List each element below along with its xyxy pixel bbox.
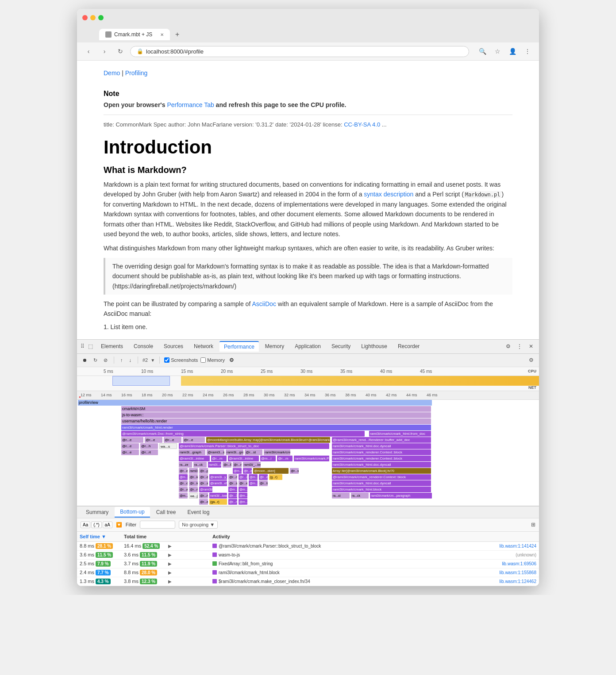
flame-bar-m2[interactable]: @m...2 <box>249 480 258 486</box>
tab-performance[interactable]: Performance <box>219 341 259 352</box>
font-small-button[interactable]: Aa <box>81 522 90 528</box>
flame-bar-okens2[interactable]: @rami3l/...okens] <box>199 487 212 492</box>
flame-bar-moon-oken[interactable]: @moon...oken] <box>253 468 289 474</box>
flame-bar-html-render[interactable]: rami3l/cmark/cmark_html.render <box>121 425 431 430</box>
capture-settings-icon[interactable]: ⚙ <box>229 357 234 363</box>
upload-button[interactable]: ↑ <box>119 357 125 364</box>
flame-bar-row9-mi[interactable]: @m...i <box>260 456 276 461</box>
flame-bar-ne[interactable]: @r...ne <box>228 474 237 480</box>
stop-button[interactable]: ⊘ <box>102 357 109 364</box>
flame-bar-mt[interactable]: @m...t <box>179 493 188 499</box>
flame-graph[interactable]: profileView cmarkWASM js-to-wasm:: usern… <box>77 400 539 506</box>
flame-bar-row8-1[interactable]: @r...e <box>121 449 139 455</box>
tab-network[interactable]: Network <box>189 341 218 351</box>
flame-bar-profileview[interactable]: profileView <box>78 400 432 406</box>
flame-bar-row8-rt[interactable]: @r...rt <box>140 449 158 455</box>
flame-bar-m4[interactable]: @m...i <box>239 493 247 499</box>
close-devtools-icon[interactable]: ✕ <box>527 342 535 351</box>
more-options-icon[interactable]: ⋮ <box>515 342 524 351</box>
memory-checkbox-label[interactable]: Memory <box>200 357 225 363</box>
activity-link-3[interactable]: lib.wasm:1:69506 <box>502 561 536 566</box>
back-button[interactable]: ‹ <box>82 45 95 58</box>
flame-bar-mi3[interactable]: @m...i <box>179 474 188 480</box>
flame-bar-lower[interactable]: rami3l/...lower <box>209 493 227 499</box>
flame-bar-ck[interactable]: ra...ck <box>193 462 207 468</box>
flame-bar-okens[interactable]: rami3l...okens <box>208 462 221 468</box>
settings-gear-icon[interactable]: ⚙ <box>527 356 535 364</box>
flame-bar-rk2[interactable]: @r...k <box>189 480 198 486</box>
flame-bar-e2[interactable]: @r...e <box>243 468 252 474</box>
tab-bottom-up[interactable]: Bottom-up <box>115 507 150 518</box>
flame-bar-context-block[interactable]: rami3l/cmark/cmark_renderer.Context::blo… <box>332 449 431 455</box>
flame-bar-ga-r[interactable]: (ga...r) <box>209 499 227 505</box>
tab-application[interactable]: Application <box>290 341 325 351</box>
frame-dropdown-icon[interactable]: ▼ <box>150 358 155 363</box>
flame-bar-mi5[interactable]: @m...i <box>239 487 247 492</box>
new-tab-button[interactable]: + <box>172 29 183 40</box>
daringfireball-link[interactable]: https://daringfireball.net/projects/mark… <box>115 283 235 290</box>
tab-sources[interactable]: Sources <box>159 341 188 351</box>
performance-tab-link[interactable]: Performance Tab <box>167 101 214 108</box>
flame-bar-row6-3[interactable]: @r...e <box>164 437 181 443</box>
flame-bar-row7-context-doc[interactable]: rami3l/cmark/cmark_html.doc.dyncall <box>332 443 431 449</box>
asciidoc-link[interactable]: AsciiDoc <box>252 300 276 307</box>
tab-memory[interactable]: Memory <box>261 341 289 351</box>
tab-lighthouse[interactable]: Lighthouse <box>357 341 392 351</box>
flame-bar-array-iter[interactable]: Array::iter[@rami3l/cmark/cmark.Block].f… <box>332 468 431 474</box>
flame-bar-para[interactable]: rami3l/cmark/cmark.Pa...k_struct_to_para… <box>264 449 290 455</box>
td-activity-2[interactable]: wasm-to-js <box>210 551 473 559</box>
flame-bar-ex[interactable]: @r...ex <box>179 468 188 474</box>
flame-bar-2b[interactable]: @r...2 <box>239 474 247 480</box>
activity-link-4[interactable]: lib.wasm:1:155868 <box>500 570 536 575</box>
account-icon[interactable]: 👤 <box>506 45 519 58</box>
filter-input[interactable] <box>140 521 175 529</box>
flame-bar-ee[interactable]: @r...ee <box>199 474 208 480</box>
flame-bar-m3[interactable]: @m...2 <box>228 487 237 492</box>
flame-bar-row9-rm[interactable]: @r...m <box>211 456 227 461</box>
syntax-description-link[interactable]: syntax description <box>364 191 413 198</box>
font-case-button[interactable]: aA <box>103 522 112 528</box>
flame-bar-parse-inline[interactable]: rami3l/cmark/cmark.Parser::parse_inline <box>294 456 329 461</box>
flame-bar-eflink[interactable]: @rami3l...eflink <box>209 480 227 486</box>
flame-bar-row6-4[interactable]: @r...e <box>183 437 205 443</box>
tab-summary[interactable]: Summary <box>81 507 114 517</box>
th-total-time[interactable]: Total time <box>121 533 166 541</box>
expand-icon-2[interactable]: ▶ <box>168 552 172 557</box>
td-activity-3[interactable]: FixedArray::blit_from_string <box>210 560 473 568</box>
activity-link-1[interactable]: lib.wasm:1:141424 <box>500 544 536 548</box>
td-activity-1[interactable]: @rami3l/cmark/cmark.Parser::block_struct… <box>210 542 473 550</box>
flame-bar-paragraph[interactable]: rami3l/cmark/cm...paragraph <box>370 493 432 499</box>
minimize-button[interactable] <box>90 15 96 20</box>
flame-bar-js-to-wasm[interactable]: js-to-wasm:: <box>121 412 431 418</box>
maximize-button[interactable] <box>98 15 104 20</box>
browser-tab[interactable]: Cmark.mbt + JS ✕ <box>99 29 170 40</box>
flame-bar-row7-wa[interactable]: wa...s <box>159 443 177 449</box>
record-button[interactable]: ⏺ <box>81 357 89 364</box>
tab-console[interactable]: Console <box>129 341 158 351</box>
expand-icon-5[interactable]: ▶ <box>168 579 172 584</box>
bookmark-icon[interactable]: ☆ <box>491 45 504 58</box>
flame-bar-rne[interactable]: @r...ne <box>228 499 237 505</box>
flame-bar-row6-renderer-buf[interactable]: @rami3l/cmark_rend...Renderer::buffer_ad… <box>332 437 431 443</box>
flame-bar-wa2[interactable]: wa...js <box>189 493 198 499</box>
reload-profile-button[interactable]: ↻ <box>92 357 99 364</box>
flame-bar-rsi[interactable]: @r...asi <box>179 487 188 492</box>
menu-icon[interactable]: ⋮ <box>521 45 534 58</box>
close-button[interactable] <box>82 15 88 20</box>
flame-bar-graph2[interactable]: rami3l...graph <box>226 449 243 455</box>
flame-bar-rn[interactable]: @r...n <box>199 493 208 499</box>
flame-bar-ss[interactable]: @r...ss <box>199 480 208 486</box>
flame-bar-render[interactable]: username/hello/lib.render <box>121 418 431 424</box>
flame-bar-row7-1[interactable]: @r...e <box>121 443 139 449</box>
flame-bar-html-block[interactable]: rami3l/cmark/cmark_html.block <box>332 487 431 492</box>
tab-call-tree[interactable]: Call tree <box>151 507 181 517</box>
download-button[interactable]: ↓ <box>127 357 134 364</box>
activity-link-5[interactable]: lib.wasm:1:124462 <box>500 579 536 584</box>
flame-bar-rk[interactable]: @r...k <box>189 474 198 480</box>
flame-bar-dyncall3[interactable]: rami3l/cmark/cmark_html.doc.dyncall <box>332 480 431 486</box>
flame-bar-ns2[interactable]: @r...ns <box>189 487 198 492</box>
flame-bar-kenize[interactable]: rami3l/_...kenize <box>243 462 261 468</box>
flame-bar-ss2[interactable]: @r...ss <box>228 480 237 486</box>
license-link[interactable]: CC-BY-SA 4.0 <box>344 121 380 128</box>
flame-bar-g-r[interactable]: (g...r) <box>269 474 282 480</box>
